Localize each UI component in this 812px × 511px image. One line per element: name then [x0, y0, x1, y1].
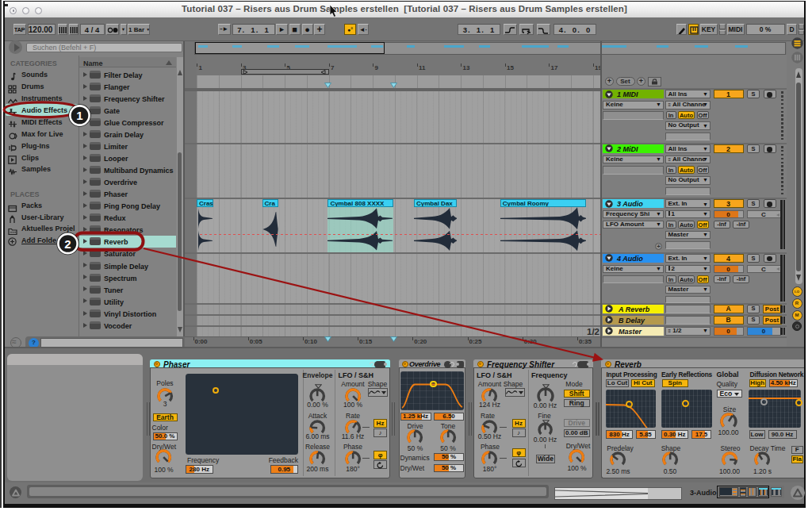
svg-text:2: 2	[64, 237, 71, 251]
svg-text:1: 1	[76, 109, 82, 122]
